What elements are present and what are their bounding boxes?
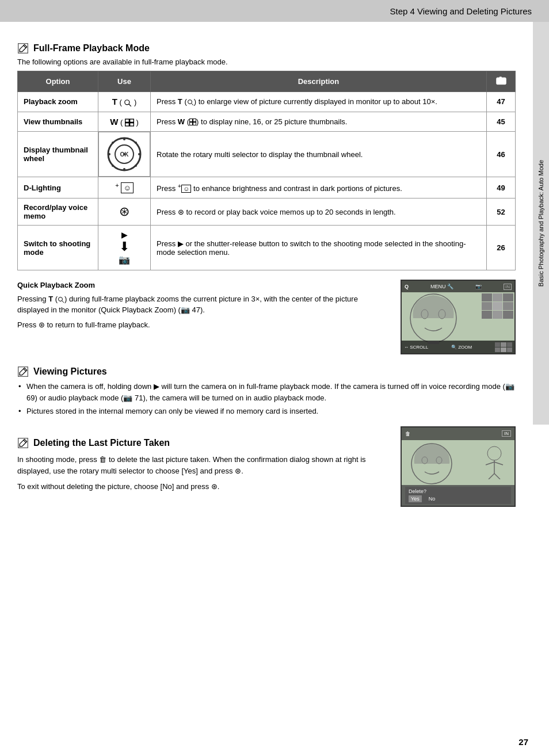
svg-point-21 [112,142,114,144]
quick-zoom-image: Q MENU 🔧 📷 IN [401,280,516,354]
page-title: Step 4 Viewing and Deleting Pictures [390,6,532,16]
top-bar: Step 4 Viewing and Deleting Pictures [0,0,549,22]
use-thumbnail-wheel: OK [98,132,150,177]
full-frame-subtitle: The following options are available in f… [17,58,516,66]
table-row: View thumbnails W ( ) Press W () to disp… [18,112,516,132]
desc-switch-shooting: Press ▶ or the shutter-release button to… [151,226,487,270]
svg-point-24 [112,165,114,167]
svg-point-6 [188,100,192,104]
use-playback-zoom: T ( ) [98,92,151,112]
deleting-section: Deleting the Last Picture Taken In shoot… [17,426,516,507]
svg-rect-12 [190,119,193,122]
quick-zoom-section: Quick Playback Zoom Pressing T () during… [17,280,516,354]
viewing-bullets: When the camera is off, holding down ▶ w… [17,381,516,417]
pencil-icon [17,43,29,54]
magnify-small [58,296,64,303]
svg-rect-11 [130,123,134,126]
secondary-sketch [480,445,509,479]
grid-icon [125,119,134,127]
option-thumbnail-wheel: Display thumbnail wheel [18,132,98,177]
option-view-thumbnails: View thumbnails [18,112,98,132]
full-frame-title: Full-Frame Playback Mode [33,43,150,54]
delete-face-sketch [407,442,456,485]
svg-line-5 [129,104,131,106]
desc-d-lighting: Press +☺ to enhance brightness and contr… [151,177,487,198]
table-row: Switch to shooting mode ▶ ⬇ 📷 Press ▶ or… [18,226,516,270]
svg-point-28 [59,297,63,301]
quick-zoom-title: Quick Playback Zoom [17,281,95,289]
col-header-page [487,71,516,92]
face-sketch [405,292,462,344]
delete-image: 🗑 IN [401,426,516,507]
page-d-lighting: 49 [487,177,516,198]
svg-line-7 [191,103,193,105]
svg-point-18 [123,168,125,170]
deleting-title: Deleting the Last Picture Taken [33,436,170,450]
page-voice-memo: 52 [487,198,516,226]
grid-icon-small [189,119,196,125]
col-header-option: Option [18,71,98,92]
table-row: Display thumbnail wheel [18,132,516,177]
use-switch-shooting: ▶ ⬇ 📷 [98,226,151,270]
svg-rect-8 [125,119,129,122]
deleting-text: Deleting the Last Picture Taken In shoot… [17,426,391,507]
pencil-icon-2 [17,366,29,377]
svg-point-22 [135,165,137,167]
play-down-icon: ▶ ⬇ 📷 [104,230,144,265]
main-content: Full-Frame Playback Mode The following o… [0,22,533,518]
camera-screen-zoom: Q MENU 🔧 📷 IN [401,280,516,354]
desc-voice-memo: Press ⊛ to record or play back voice mem… [151,198,487,226]
right-sidebar: Basic Photography and Playback: Auto Mod… [533,22,549,425]
list-item: Pictures stored in the internal memory c… [17,406,516,417]
svg-rect-15 [193,123,196,125]
svg-rect-9 [130,119,134,122]
svg-point-17 [123,138,125,140]
svg-rect-10 [125,123,129,126]
svg-line-29 [62,300,64,303]
option-playback-zoom: Playback zoom [18,92,98,112]
viewing-section-header: Viewing Pictures [17,366,516,377]
table-row: D-Lighting + ☺ Press +☺ to enhance brigh… [18,177,516,198]
page-switch-shooting: 26 [487,226,516,270]
desc-thumbnail-wheel: Rotate the rotary multi selector to disp… [151,132,487,177]
camera-screen-delete: 🗑 IN [401,426,516,507]
svg-rect-3 [499,77,501,78]
options-table: Option Use Description Playback zoom T [17,71,516,270]
svg-point-39 [487,446,501,460]
col-header-description: Description [151,71,487,92]
option-voice-memo: Record/play voice memo [18,198,98,226]
svg-line-41 [486,462,494,465]
viewing-title: Viewing Pictures [33,366,107,377]
use-voice-memo: ⊛ [98,198,151,226]
svg-point-27 [123,153,125,155]
quick-zoom-text: Quick Playback Zoom Pressing T () during… [17,280,391,354]
svg-point-23 [135,142,137,144]
full-frame-section-header: Full-Frame Playback Mode [17,43,516,54]
deleting-section-header: Deleting the Last Picture Taken [17,436,391,450]
magnify-icon-small [187,99,194,106]
svg-line-43 [489,474,494,479]
desc-playback-zoom: Press T () to enlarge view of picture cu… [151,92,487,112]
svg-line-42 [494,462,503,465]
use-view-thumbnails: W ( ) [98,112,151,132]
pencil-icon-3 [17,437,29,449]
page-number: 27 [518,737,528,747]
use-d-lighting: + ☺ [98,177,151,198]
delete-dialog: Delete? Yes No [402,485,514,506]
camera-icon [495,75,507,86]
magnify-icon [124,99,132,107]
list-item: When the camera is off, holding down ▶ w… [17,381,516,403]
rotary-wheel-icon: OK [107,137,142,171]
table-row: Playback zoom T ( ) Press T () to enlarg… [18,92,516,112]
page-playback-zoom: 47 [487,92,516,112]
svg-line-44 [494,474,500,479]
svg-point-20 [138,153,140,155]
sidebar-label: Basic Photography and Playback: Auto Mod… [537,160,545,287]
page-view-thumbnails: 45 [487,112,516,132]
svg-point-19 [108,153,110,155]
desc-view-thumbnails: Press W () to display nine, 16, or 25 pi… [151,112,487,132]
option-d-lighting: D-Lighting [18,177,98,198]
col-header-use: Use [98,71,151,92]
svg-rect-13 [193,119,196,122]
delete-top-bar: 🗑 IN [402,427,514,440]
